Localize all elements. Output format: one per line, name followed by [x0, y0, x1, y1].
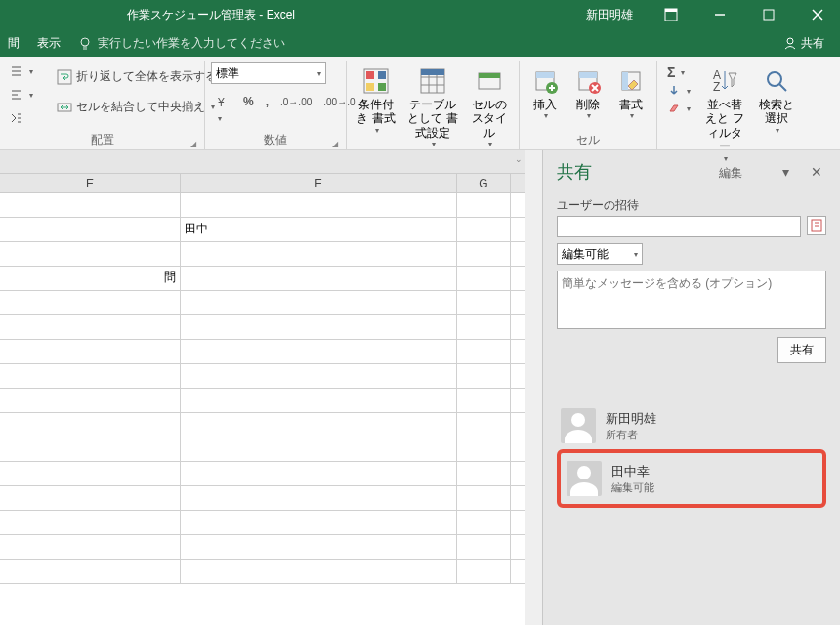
- pane-title: 共有: [557, 160, 592, 184]
- svg-rect-1: [665, 9, 677, 12]
- maximize-button[interactable]: [746, 0, 791, 29]
- percent-button[interactable]: %: [238, 92, 259, 127]
- table-row[interactable]: [0, 535, 525, 560]
- formula-bar[interactable]: ⌄: [0, 150, 525, 174]
- group-editing: Σ▾ ▾ ▾ AZ並べ替えと フィルター▾ 検索と 選択▾ 編集: [657, 61, 804, 150]
- ribbon: ▾ ▾ 折り返して全体を表示する セルを結合して中央揃え▾ 配置◢ 標準▾: [0, 57, 840, 150]
- col-header-g[interactable]: G: [457, 174, 511, 192]
- cell-styles-button[interactable]: セルの スタイル▾: [466, 62, 513, 151]
- table-row[interactable]: [0, 389, 525, 413]
- person-icon: [783, 36, 797, 50]
- increase-decimal-button[interactable]: .0→.00: [275, 92, 316, 127]
- lightbulb-icon: [78, 36, 92, 50]
- number-format-combo[interactable]: 標準▾: [211, 62, 326, 84]
- minimize-button[interactable]: [697, 0, 742, 29]
- group-styles: 条件付き 書式▾ テーブルとして 書式設定▾ セルの スタイル▾ スタイル: [347, 61, 520, 150]
- format-button[interactable]: 書式▾: [611, 62, 651, 123]
- worksheet[interactable]: ⌄ E F G 田中問: [0, 150, 525, 625]
- clear-button[interactable]: ▾: [663, 100, 694, 117]
- svg-rect-34: [479, 73, 500, 78]
- address-book-icon[interactable]: [807, 216, 826, 235]
- table-row[interactable]: 問: [0, 267, 525, 291]
- invite-input[interactable]: [557, 216, 801, 237]
- person-item[interactable]: 新田明雄所有者: [557, 402, 826, 449]
- svg-point-9: [787, 38, 793, 44]
- avatar: [567, 461, 602, 496]
- table-row[interactable]: [0, 560, 525, 584]
- col-header-e[interactable]: E: [0, 174, 181, 192]
- merge-icon: [57, 100, 72, 115]
- table-row[interactable]: [0, 511, 525, 535]
- svg-rect-25: [366, 83, 374, 91]
- workarea: ⌄ E F G 田中問 共有 ▾ ✕ ユーザーの招待 編集可能▾ 共有 新田明雄…: [0, 150, 840, 625]
- account-name[interactable]: 新田明雄: [574, 7, 645, 23]
- dialog-launcher-icon[interactable]: ◢: [190, 140, 196, 148]
- table-row[interactable]: [0, 315, 525, 340]
- person-name: 田中幸: [611, 463, 654, 480]
- autosum-button[interactable]: Σ▾: [663, 62, 694, 82]
- dialog-launcher-icon[interactable]: ◢: [332, 140, 338, 148]
- wrap-icon: [57, 69, 72, 85]
- fill-button[interactable]: ▾: [663, 82, 694, 100]
- col-header-f[interactable]: F: [181, 174, 457, 192]
- comma-button[interactable]: ,: [261, 92, 273, 127]
- svg-point-49: [768, 72, 781, 86]
- align-dd1[interactable]: ▾: [6, 62, 37, 80]
- window-title: 作業スケジュール管理表 - Excel: [127, 7, 295, 23]
- table-row[interactable]: [0, 462, 525, 486]
- titlebar: 作業スケジュール管理表 - Excel 新田明雄: [0, 0, 840, 29]
- svg-rect-36: [536, 72, 554, 78]
- ribbon-tabs: 間 表示 実行したい作業を入力してください 共有: [0, 29, 840, 57]
- svg-rect-46: [622, 72, 628, 90]
- ribbon-display-icon[interactable]: [649, 0, 693, 29]
- svg-rect-26: [378, 83, 386, 91]
- expand-formula-icon[interactable]: ⌄: [515, 154, 523, 164]
- format-as-table-button[interactable]: テーブルとして 書式設定▾: [403, 62, 462, 151]
- align-dd2[interactable]: ▾: [6, 86, 37, 104]
- table-row[interactable]: [0, 340, 525, 364]
- svg-point-6: [81, 38, 89, 46]
- share-pane: 共有 ▾ ✕ ユーザーの招待 編集可能▾ 共有 新田明雄所有者田中幸編集可能: [542, 150, 840, 625]
- group-alignment: ▾ ▾ 折り返して全体を表示する セルを結合して中央揃え▾ 配置◢: [0, 61, 205, 150]
- svg-text:¥: ¥: [217, 96, 225, 109]
- tab-partial[interactable]: 間: [8, 35, 20, 52]
- svg-rect-24: [378, 71, 386, 79]
- table-row[interactable]: [0, 364, 525, 389]
- message-input[interactable]: [557, 271, 826, 329]
- pane-close-icon[interactable]: ✕: [807, 164, 826, 180]
- wrap-text-button[interactable]: 折り返して全体を表示する: [53, 66, 221, 87]
- svg-text:Z: Z: [713, 80, 720, 94]
- svg-rect-23: [366, 71, 374, 79]
- svg-line-50: [779, 84, 786, 91]
- people-list: 新田明雄所有者田中幸編集可能: [557, 402, 826, 508]
- table-row[interactable]: [0, 486, 525, 511]
- currency-button[interactable]: ¥▾: [211, 92, 236, 127]
- invite-label: ユーザーの招待: [557, 197, 826, 214]
- insert-button[interactable]: 挿入▾: [525, 62, 565, 123]
- close-button[interactable]: [795, 0, 840, 29]
- svg-rect-41: [579, 72, 597, 78]
- table-row[interactable]: [0, 193, 525, 218]
- delete-button[interactable]: 削除▾: [568, 62, 608, 123]
- tab-display[interactable]: 表示: [37, 35, 61, 52]
- share-header-button[interactable]: 共有: [776, 31, 832, 56]
- table-row[interactable]: [0, 242, 525, 267]
- table-row[interactable]: 田中: [0, 218, 525, 242]
- conditional-format-button[interactable]: 条件付き 書式▾: [353, 62, 399, 137]
- table-row[interactable]: [0, 291, 525, 315]
- group-number: 標準▾ ¥▾ % , .0→.00 .00→.0 数値◢: [205, 61, 347, 150]
- person-item[interactable]: 田中幸編集可能: [563, 455, 820, 502]
- vertical-scrollbar[interactable]: [525, 150, 542, 625]
- table-row[interactable]: [0, 438, 525, 462]
- person-role: 所有者: [606, 428, 656, 442]
- table-row[interactable]: [0, 413, 525, 438]
- avatar: [561, 408, 596, 443]
- merge-center-button[interactable]: セルを結合して中央揃え▾: [53, 97, 221, 117]
- person-role: 編集可能: [611, 480, 654, 495]
- tell-me[interactable]: 実行したい作業を入力してください: [78, 35, 285, 52]
- find-select-button[interactable]: 検索と 選択▾: [755, 62, 798, 137]
- share-submit-button[interactable]: 共有: [777, 337, 826, 363]
- indent-dd[interactable]: [6, 109, 37, 127]
- sort-filter-button[interactable]: AZ並べ替えと フィルター▾: [698, 62, 751, 165]
- permission-select[interactable]: 編集可能▾: [557, 243, 643, 265]
